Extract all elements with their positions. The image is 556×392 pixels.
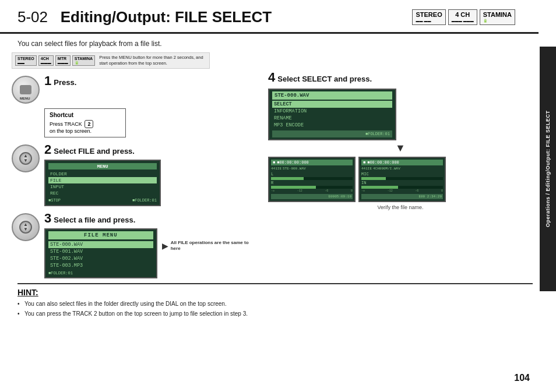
steps-container: MENU 1 Press. Shortcut Press TRACK 2 on [12,73,256,278]
select-item-rename: RENAME [272,115,392,122]
stereo-badge: STEREO ▬▬▬▬ [412,9,445,24]
menu-item-input: INPUT [48,183,157,190]
mode-mtr-icon: MTR▬▬▬ [55,55,71,66]
title-main: Editing/Output: FILE SELECT [61,8,272,26]
dial-inner-step2: ▲▼ [19,152,32,165]
menu-footer: ■STOP ■FOLDER:01 [48,198,157,203]
track-number-badge: 2 [85,120,93,128]
pb2-filename: 4CH000M/I.WAV [373,167,400,171]
menu-title-bar: MENU [48,163,157,169]
step-3-number: 3 [44,211,51,226]
step-2-content: 2 Select FILE and press. MENU FOLDER FIL… [44,142,256,206]
select-filename: STE-000.WAV [272,91,392,100]
pb2-counter-label: 441IE [361,167,372,171]
down-arrow: ▼ [268,142,533,154]
file-menu-footer-text: ■FOLDER:01 [48,271,73,276]
pb1-l-fill [271,177,304,180]
pb2-counter: 441IE 4CH000M/I.WAV [361,167,443,171]
step-3-content: 3 Select a file and press. FILE MENU STE… [44,211,256,278]
hint-bullets: You can also select files in the folder … [17,300,533,318]
select-folder-text: ■FOLDER:01 [365,132,390,136]
menu-footer-right: ■FOLDER:01 [132,198,157,203]
hint-bullet-1: You can also select files in the folder … [17,300,533,308]
menu-lcd-screen: MENU FOLDER FILE INPUT REC ■STOP ■FOLDER… [44,160,161,206]
pb2-in-fill [361,186,398,189]
pb2-footer: E00 2:34:20 [361,194,443,199]
file-item-0: STE-000.WAV [48,241,153,248]
file-menu-footer: ■FOLDER:01 [48,271,153,276]
pb2-total: E00 2:34:20 [418,195,442,199]
intro-text: You can select files for playback from a… [0,34,539,52]
step-2-label: 2 Select FILE and press. [44,142,256,157]
step-3-label: 3 Select a file and press. [44,211,256,226]
pb2-mic-fill [361,177,386,180]
dial-arrows-step2: ▲▼ [23,154,28,163]
step-1-content: 1 Press. [44,73,256,89]
step-1-label: 1 Press. [44,73,256,89]
mode-badges: STEREO ▬▬▬▬ 4 CH ▬▬▬▬▬▬ STAMINA 🔋 [412,9,515,24]
pb1-header: ■ ■00:00:00:000 [271,160,353,165]
page-title: 5-02 Editing/Output: FILE SELECT [17,8,272,26]
mode-bar-description: Press the MENU button for more than 2 se… [99,55,206,66]
menu-footer-left: ■STOP [48,198,61,203]
file-menu-lcd-screen: FILE MENU STE-000.WAV STE-001.WAV STE-00… [44,228,157,278]
pb2-mic-meter [361,177,443,180]
stamina-badge: STAMINA 🔋 [480,9,515,24]
pb1-time: ■00:00:00:000 [277,160,309,165]
playback-screen-1: ■ ■00:00:00:000 441IE STE-000.WAV L R -∞ [268,157,356,202]
file-item-2: STE-002.WAV [48,255,153,262]
step-2-description: Select FILE and press. [54,147,135,156]
select-item-select: SELECT [272,101,392,108]
page-number: 104 [514,373,530,383]
page-header: 5-02 Editing/Output: FILE SELECT STEREO … [0,0,539,34]
step-note-arrow: ▶ [162,241,168,250]
step-2-row: ▲▼ 2 Select FILE and press. MENU FOLDER … [12,142,256,206]
pb1-filename: STE-000.WAV [283,167,306,171]
mode-stereo-icon: STEREO▬▬ [15,55,37,66]
step-3-description: Select a file and press. [54,216,135,224]
select-lcd-screen: STE-000.WAV SELECT INFORMATION RENAME MP… [268,89,396,140]
pb1-l-label: L [271,172,353,176]
shortcut-line2: on the top screen. [50,128,121,134]
step-note: ▶ All FILE operations are the same to he… [162,240,256,252]
shortcut-line1: Press TRACK 2 [50,120,121,128]
step-1-description: Press. [54,78,76,87]
step-note-text: All FILE operations are the same to here [171,240,256,252]
pb2-meter-labels: -∞ -12 -6 0 [361,189,443,193]
dial-inner-step3: ▲▼ [19,221,32,234]
select-footer: ■FOLDER:01 [272,130,392,137]
pb1-r-label: R [271,181,353,185]
menu-item-folder: FOLDER [48,171,157,177]
hint-section: HINT: You can also select files in the f… [17,283,533,318]
dial-arrows-step3: ▲▼ [23,223,28,232]
playback-screens: ■ ■00:00:00:000 441IE STE-000.WAV L R -∞ [268,157,533,202]
pb2-time: ■00:00:00:000 [367,160,399,165]
file-item-3: STE-003.MP3 [48,262,153,269]
dial-icon-step2: ▲▼ [12,144,40,172]
pb2-in-label: IN [361,181,443,185]
menu-item-rec: REC [48,190,157,196]
pb1-meter-labels: -∞ -12 -6 0 [271,189,353,193]
right-column: 4 Select SELECT and press. STE-000.WAV S… [262,52,533,278]
shortcut-title: Shortcut [50,112,121,118]
pb2-header: ■ ■00:00:00:000 [361,160,443,165]
select-item-info: INFORMATION [272,108,392,115]
pb1-header-icon: ■ [273,160,275,165]
pb1-total: E0005:09:10 [328,195,351,199]
mode-bar: STEREO▬▬ 4CH▬▬▬ MTR▬▬▬ STAMINA🔋 Press th… [12,52,210,69]
pb2-mic-label: MIC [361,172,443,176]
file-item-1: STE-001.WAV [48,248,153,255]
step-3-row: ▲▼ 3 Select a file and press. FILE MENU … [12,211,256,278]
pb1-r-meter [271,186,353,189]
step-4-number: 4 [268,70,275,85]
step-4-description: Select SELECT and press. [277,75,372,83]
pb1-footer: E0005:09:10 [271,194,353,199]
dial-icon-step3: ▲▼ [12,213,40,241]
mode-stamina-icon: STAMINA🔋 [72,55,95,66]
verify-text: Verify the file name. [268,204,533,210]
step-1-number: 1 [44,73,51,89]
menu-button-icon: MENU [12,76,40,104]
step-1-row: MENU 1 Press. [12,73,256,104]
pb2-in-meter [361,186,443,189]
step-2-number: 2 [44,142,51,157]
